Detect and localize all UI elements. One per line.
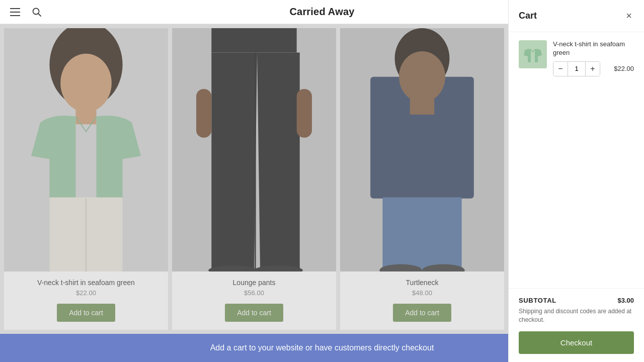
product-card-2: Lounge pants $56.00 Add to cart xyxy=(172,28,336,330)
quantity-decrease-button[interactable]: − xyxy=(553,62,568,76)
banner-text: Add a cart to your website or have custo… xyxy=(210,343,434,352)
product-grid: V-neck t-shirt in seafoam green $22.00 A… xyxy=(0,24,508,334)
svg-point-29 xyxy=(399,51,445,103)
add-to-cart-button-3[interactable]: Add to cart xyxy=(393,304,451,322)
add-to-cart-button-2[interactable]: Add to cart xyxy=(225,304,283,322)
product-price-2: $56.00 xyxy=(178,289,330,297)
product-image-3 xyxy=(340,28,504,272)
cart-close-button[interactable]: × xyxy=(624,8,634,24)
checkout-button[interactable]: Checkout xyxy=(519,331,634,354)
product-price-3: $48.00 xyxy=(346,289,498,297)
cart-title: Cart xyxy=(519,11,537,21)
search-icon[interactable] xyxy=(30,6,43,19)
add-to-cart-button-1[interactable]: Add to cart xyxy=(57,304,115,322)
subtotal-row: SUBTOTAL $3.00 xyxy=(519,297,634,304)
product-name-3: Turtleneck xyxy=(346,279,498,287)
cart-panel: Cart × V-neck t-shirt in seafoam green − xyxy=(508,0,644,362)
svg-rect-31 xyxy=(519,40,547,68)
svg-point-8 xyxy=(60,54,112,112)
cart-header: Cart × xyxy=(509,0,644,32)
subtotal-label: SUBTOTAL xyxy=(519,297,556,304)
svg-rect-0 xyxy=(10,8,20,9)
quantity-controls: − 1 + xyxy=(553,61,600,76)
product-image-2 xyxy=(172,28,336,272)
quantity-increase-button[interactable]: + xyxy=(586,62,600,76)
product-image-1 xyxy=(4,28,168,272)
svg-rect-2 xyxy=(10,15,20,16)
product-info-2: Lounge pants $56.00 Add to cart xyxy=(172,272,336,330)
svg-rect-1 xyxy=(10,12,20,13)
header-left xyxy=(8,6,43,19)
product-name-2: Lounge pants xyxy=(178,279,330,287)
svg-rect-15 xyxy=(211,28,296,52)
product-name-1: V-neck t-shirt in seafoam green xyxy=(10,279,162,287)
quantity-value: 1 xyxy=(568,62,586,76)
shipping-note: Shipping and discount codes are added at… xyxy=(519,307,634,324)
cart-footer: SUBTOTAL $3.00 Shipping and discount cod… xyxy=(509,288,644,362)
site-title: Carried Away xyxy=(289,6,354,18)
subtotal-amount: $3.00 xyxy=(617,297,634,304)
product-card-3: Turtleneck $48.00 Add to cart xyxy=(340,28,504,330)
menu-icon[interactable] xyxy=(8,6,22,18)
product-card-1: V-neck t-shirt in seafoam green $22.00 A… xyxy=(4,28,168,330)
svg-rect-25 xyxy=(382,197,461,272)
product-info-3: Turtleneck $48.00 Add to cart xyxy=(340,272,504,330)
product-info-1: V-neck t-shirt in seafoam green $22.00 A… xyxy=(4,272,168,330)
cart-qty-row: − 1 + $22.00 xyxy=(553,61,634,76)
svg-rect-20 xyxy=(297,89,312,138)
cart-item-name: V-neck t-shirt in seafoam green xyxy=(553,40,634,57)
cart-item-details: V-neck t-shirt in seafoam green − 1 + $2… xyxy=(553,40,634,76)
cart-item-thumbnail xyxy=(519,40,547,68)
svg-rect-19 xyxy=(196,89,211,138)
svg-rect-30 xyxy=(410,97,434,115)
cart-item: V-neck t-shirt in seafoam green − 1 + $2… xyxy=(519,40,634,76)
cart-items-list: V-neck t-shirt in seafoam green − 1 + $2… xyxy=(509,32,644,288)
cart-item-price: $22.00 xyxy=(614,65,634,72)
svg-line-4 xyxy=(38,14,41,16)
product-price-1: $22.00 xyxy=(10,289,162,297)
